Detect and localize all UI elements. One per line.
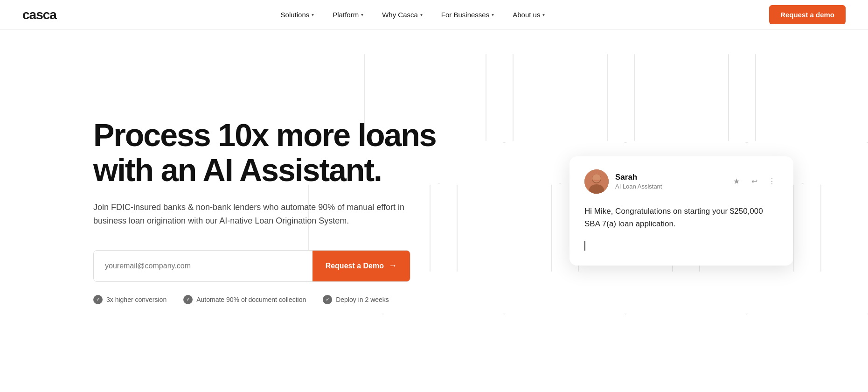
- logo-text: casca: [22, 7, 56, 22]
- chevron-down-icon: ▾: [312, 12, 314, 17]
- chevron-down-icon: ▾: [542, 12, 545, 17]
- hero-section: Process 10x more loans with an AI Assist…: [0, 30, 868, 392]
- more-options-icon[interactable]: ⋮: [765, 175, 778, 188]
- agent-details: Sarah AI Loan Assistant: [615, 173, 662, 190]
- arrow-right-icon: →: [389, 261, 397, 271]
- hero-left-column: Process 10x more loans with an AI Assist…: [93, 118, 436, 304]
- chat-cursor-line: [584, 241, 778, 251]
- email-input[interactable]: [94, 262, 312, 270]
- hero-heading: Process 10x more loans with an AI Assist…: [93, 118, 436, 188]
- request-demo-button[interactable]: Request a Demo →: [312, 251, 410, 281]
- chat-card: Sarah AI Loan Assistant ★ ↩ ⋮ Hi Mike, C…: [569, 156, 793, 266]
- nav-item-about-us[interactable]: About us ▾: [513, 11, 545, 19]
- agent-name: Sarah: [615, 173, 662, 182]
- typing-cursor: [584, 241, 585, 251]
- chevron-down-icon: ▾: [420, 12, 423, 17]
- logo[interactable]: casca: [22, 7, 56, 22]
- chat-card-header: Sarah AI Loan Assistant ★ ↩ ⋮: [584, 169, 778, 194]
- avatar: [584, 169, 609, 194]
- agent-role: AI Loan Assistant: [615, 183, 662, 190]
- hero-email-form: Request a Demo →: [93, 250, 410, 282]
- chat-message: Hi Mike, Congratulations on starting you…: [584, 205, 778, 230]
- nav-item-platform[interactable]: Platform ▾: [333, 11, 363, 19]
- badge-document: ✓ Automate 90% of document collection: [183, 295, 306, 304]
- check-icon: ✓: [183, 295, 193, 304]
- badge-deploy: ✓ Deploy in 2 weeks: [323, 295, 389, 304]
- nav-links: Solutions ▾ Platform ▾ Why Casca ▾ For B…: [281, 11, 545, 19]
- navbar: casca Solutions ▾ Platform ▾ Why Casca ▾…: [0, 0, 868, 30]
- nav-item-why-casca[interactable]: Why Casca ▾: [382, 11, 423, 19]
- hero-content: Process 10x more loans with an AI Assist…: [0, 80, 868, 341]
- chevron-down-icon: ▾: [492, 12, 494, 17]
- chat-card-actions: ★ ↩ ⋮: [730, 175, 778, 188]
- star-icon[interactable]: ★: [730, 175, 743, 188]
- navbar-cta-button[interactable]: Request a demo: [769, 5, 846, 24]
- hero-right-column: Sarah AI Loan Assistant ★ ↩ ⋮ Hi Mike, C…: [569, 156, 793, 266]
- hero-badges: ✓ 3x higher conversion ✓ Automate 90% of…: [93, 295, 436, 304]
- check-icon: ✓: [323, 295, 332, 304]
- badge-conversion: ✓ 3x higher conversion: [93, 295, 167, 304]
- nav-item-for-businesses[interactable]: For Businesses ▾: [441, 11, 494, 19]
- hero-subtext: Join FDIC-insured banks & non-bank lende…: [93, 201, 410, 228]
- check-icon: ✓: [93, 295, 103, 304]
- chevron-down-icon: ▾: [361, 12, 363, 17]
- agent-info: Sarah AI Loan Assistant: [584, 169, 662, 194]
- reply-icon[interactable]: ↩: [748, 175, 761, 188]
- nav-item-solutions[interactable]: Solutions ▾: [281, 11, 314, 19]
